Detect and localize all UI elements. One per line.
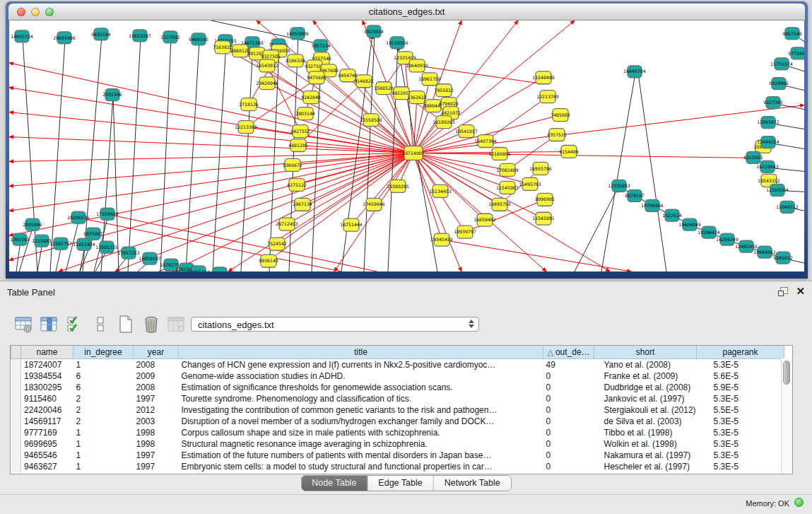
table-scrollbar[interactable]: [781, 358, 792, 474]
table-row[interactable]: 1830029562008Estimation of significance …: [11, 382, 784, 393]
graph-node[interactable]: 17359928: [96, 208, 119, 220]
table-row[interactable]: 977716911998Corpus callosum shape and si…: [11, 427, 784, 438]
graph-node[interactable]: 12093872: [757, 117, 779, 129]
graph-node[interactable]: 11558588: [360, 114, 382, 127]
graph-node[interactable]: 8096905: [535, 193, 555, 206]
node-table[interactable]: namein_degreeyeartitle△out_de…shortpager…: [10, 345, 793, 474]
column-header-short[interactable]: short: [594, 346, 697, 359]
graph-node[interactable]: 8357515: [547, 129, 567, 141]
table-row[interactable]: 946554611997Estimation of the future num…: [11, 450, 784, 461]
graph-node[interactable]: 4881285: [288, 139, 308, 152]
graph-node[interactable]: 26712453: [276, 218, 298, 230]
graph-node[interactable]: 7524542: [267, 238, 287, 250]
table-row[interactable]: 1938455462009Genome-wide association stu…: [11, 370, 784, 382]
graph-node[interactable]: 7163822: [213, 41, 233, 54]
graph-node[interactable]: 9227343: [763, 97, 783, 109]
graph-node[interactable]: 16536143: [208, 267, 231, 271]
graph-node[interactable]: 8186328: [286, 54, 305, 67]
table-row[interactable]: 2242004622012Investigating the contribut…: [11, 404, 784, 416]
table-row[interactable]: 911546021997Tourette syndrome. Phenomeno…: [11, 393, 784, 404]
float-panel-button[interactable]: [778, 287, 788, 296]
graph-node[interactable]: 1588520: [374, 82, 394, 95]
column-header-out_de[interactable]: △out_de…: [543, 346, 594, 359]
graph-node[interactable]: 16751444: [340, 218, 363, 231]
graph-node[interactable]: 6466160: [189, 33, 208, 45]
graph-node[interactable]: 1522524: [662, 209, 682, 221]
graph-node[interactable]: 9475685: [307, 71, 326, 84]
graph-node[interactable]: 16961758: [418, 73, 441, 86]
graph-node[interactable]: 12213749: [536, 90, 559, 103]
graph-node[interactable]: 1115683: [32, 235, 52, 247]
delete-table-icon[interactable]: [141, 315, 160, 334]
graph-node[interactable]: 2718126: [239, 98, 259, 111]
new-table-icon[interactable]: [116, 315, 135, 334]
graph-node[interactable]: 18640910: [406, 59, 428, 72]
graph-node[interactable]: 12213389: [235, 121, 257, 134]
graph-node[interactable]: 16859492: [473, 214, 496, 226]
column-header-in_degree[interactable]: in_degree: [73, 346, 134, 359]
table-selector-dropdown[interactable]: citations_edges.txt: [191, 317, 479, 332]
graph-node[interactable]: 11545907: [496, 181, 519, 194]
graph-node[interactable]: 9360672: [283, 158, 302, 171]
table-row[interactable]: 1456911722003Disruption of a novel membe…: [11, 416, 784, 427]
graph-node[interactable]: 16189263: [433, 116, 455, 129]
graph-node[interactable]: 2803144: [295, 107, 315, 120]
graph-node[interactable]: 2867134: [293, 198, 312, 211]
graph-node[interactable]: 2035346: [102, 89, 122, 101]
graph-node[interactable]: 11548498: [532, 71, 555, 84]
graph-node[interactable]: 10653287: [129, 30, 151, 42]
graph-node[interactable]: 16648784: [623, 66, 646, 78]
graph-node[interactable]: 9146821: [354, 75, 374, 88]
close-panel-button[interactable]: ✕: [796, 287, 805, 296]
graph-node[interactable]: 23420046: [256, 77, 278, 90]
graph-node[interactable]: 7857224: [311, 40, 331, 52]
graph-node[interactable]: 10541017: [455, 125, 478, 138]
graph-node[interactable]: 7955812: [434, 84, 454, 97]
graph-node[interactable]: 12160896: [488, 147, 511, 160]
graph-node[interactable]: 16543912: [256, 59, 278, 72]
graph-node[interactable]: 11542091: [532, 212, 555, 225]
graph-node[interactable]: 19345458: [430, 233, 453, 246]
graph-node[interactable]: 14055724: [11, 30, 33, 42]
graph-node[interactable]: 9975887: [83, 228, 103, 240]
graph-node[interactable]: 9329966: [769, 78, 789, 90]
graph-node[interactable]: 2035846: [23, 218, 42, 230]
graph-hub-node[interactable]: 18724007: [402, 146, 425, 160]
graph-node[interactable]: 9245012: [773, 252, 793, 264]
graph-node[interactable]: 17458646: [363, 198, 385, 211]
column-header-name[interactable]: name: [21, 346, 73, 359]
scrollbar-thumb[interactable]: [783, 361, 790, 385]
graph-node[interactable]: 8427552: [290, 125, 310, 138]
graph-node[interactable]: 9242848: [301, 91, 321, 104]
citation-graph[interactable]: 1405572420691406963216410653287152760264…: [9, 21, 804, 271]
graph-node[interactable]: 18300295: [387, 180, 409, 192]
graph-node[interactable]: 15495793: [519, 177, 541, 190]
graph-node[interactable]: 8215955: [743, 151, 763, 163]
column-header-pagerank[interactable]: pagerank: [697, 346, 784, 359]
graph-node[interactable]: 17081609: [496, 163, 519, 176]
graph-node[interactable]: 4275122: [287, 178, 307, 191]
network-canvas[interactable]: 1405572420691406963216410653287152760264…: [9, 21, 804, 271]
graph-node[interactable]: 17957253: [117, 247, 140, 259]
graph-node[interactable]: 10939797: [454, 226, 476, 238]
table-row[interactable]: 1872400712008Changes of HCN gene express…: [11, 359, 784, 371]
row-height-icon[interactable]: [90, 315, 110, 334]
graph-node[interactable]: 9773462: [788, 47, 804, 59]
select-rows-icon[interactable]: [65, 315, 84, 334]
graph-node[interactable]: 15134453: [429, 185, 452, 197]
graph-node[interactable]: 18495758: [488, 198, 511, 211]
tab-node-table[interactable]: Node Table: [301, 476, 367, 491]
column-header-year[interactable]: year: [134, 346, 179, 359]
window-title-bar[interactable]: citations_edges.txt: [8, 4, 805, 21]
graph-node[interactable]: 12342757: [49, 238, 72, 250]
network-window[interactable]: citations_edges.txt 14055724206914069632…: [6, 1, 808, 279]
show-column-icon[interactable]: [40, 315, 59, 334]
graph-node[interactable]: 1527602: [160, 31, 180, 43]
graph-node[interactable]: 11046512: [776, 201, 799, 213]
graph-node[interactable]: 9057548: [782, 28, 802, 40]
graph-node[interactable]: 12335693: [608, 180, 630, 192]
graph-node[interactable]: 7485083: [551, 109, 570, 122]
graph-node[interactable]: 16955796: [529, 162, 552, 175]
column-header-title[interactable]: title: [179, 346, 543, 359]
graph-node[interactable]: 9632164: [91, 28, 111, 40]
